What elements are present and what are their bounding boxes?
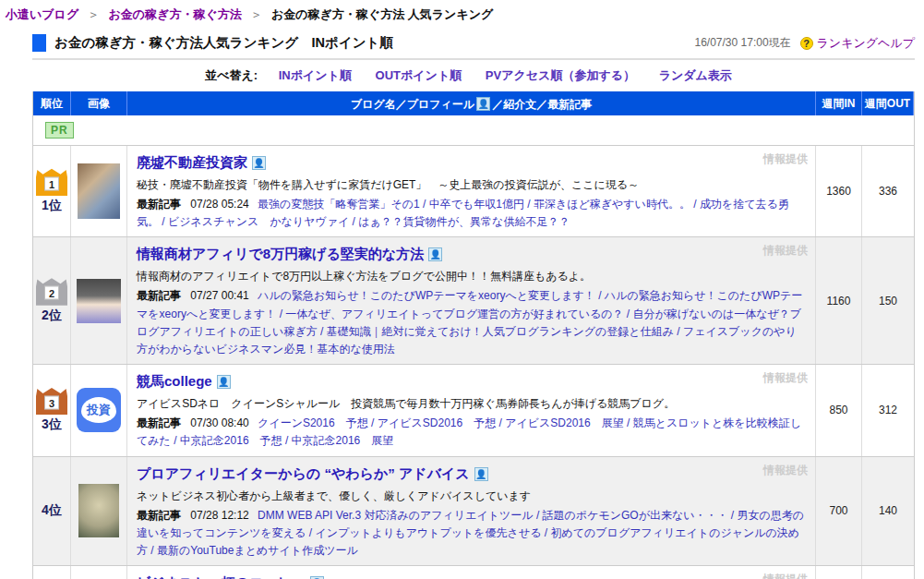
- article-link[interactable]: ビジネスチャンス かなりヤヴァイ: [168, 215, 349, 228]
- article-separator: /: [624, 416, 633, 429]
- blog-avatar[interactable]: [78, 163, 120, 219]
- column-rank: 順位: [33, 91, 71, 115]
- article-link[interactable]: はぁ？？賃貸物件が、異常な供給不足？？: [358, 215, 570, 228]
- sort-option-out[interactable]: OUTポイント順: [376, 68, 462, 82]
- latest-articles-label: 最新記事: [137, 416, 181, 429]
- column-week-out: 週間OUT: [862, 91, 914, 115]
- info-provider-label: 情報提供: [763, 463, 808, 478]
- article-link[interactable]: 中京記念2016 予想: [180, 434, 282, 447]
- week-out-value: 140: [862, 457, 914, 566]
- image-cell: [71, 237, 127, 364]
- article-separator: /: [728, 509, 738, 522]
- info-provider-label: 情報提供: [763, 370, 808, 386]
- info-provider-label: 情報提供: [763, 243, 808, 259]
- article-link[interactable]: ハルの緊急お知らせ！このたびWPテーマをxeoryへと変更します！: [258, 289, 595, 302]
- blog-info-cell: 情報提供 競馬college 👤 アイビスSDネロ クイーンSシャルール 投資競…: [127, 365, 816, 455]
- sort-bar: 並べ替え: INポイント順 OUTポイント順 PVアクセス順（参加する） ランダ…: [32, 67, 915, 84]
- sort-option-random[interactable]: ランダム表示: [659, 68, 732, 82]
- article-separator: /: [171, 434, 180, 447]
- article-link[interactable]: 罪深きほど稼ぎやすい時代。。: [534, 198, 690, 211]
- latest-articles-label: 最新記事: [137, 198, 181, 211]
- rank-cell: 4位: [33, 457, 71, 566]
- profile-icon[interactable]: 👤: [428, 247, 442, 261]
- blog-description: ネットビジネス初心者から上級者まで、優しく、厳しくアドバイスしています: [137, 488, 806, 504]
- page-title: お金の稼ぎ方・稼ぐ方法人気ランキング INポイント順: [54, 34, 393, 52]
- article-link[interactable]: DMM WEB API Ver.3 対応済みのアフィリエイトツール: [258, 509, 533, 522]
- week-in-value: 1360: [816, 146, 862, 236]
- ranking-help-link[interactable]: ランキングヘルプ: [817, 35, 915, 52]
- ranking-page: 小遣いブログ ＞ お金の稼ぎ方・稼ぐ方法 ＞ お金の稼ぎ方・稼ぐ方法 人気ランキ…: [0, 0, 924, 579]
- article-separator: /: [159, 215, 168, 228]
- week-in-value: 700: [816, 457, 862, 566]
- question-icon[interactable]: ?: [800, 37, 813, 50]
- article-link[interactable]: 話題のポケモンGOが出来ない・・・: [543, 509, 728, 522]
- article-link[interactable]: インプットよりもアウトプットを優先させる: [315, 526, 541, 539]
- article-link[interactable]: 中卒でも年収1億円: [429, 198, 524, 211]
- ranking-table: 順位 画像 ブログ名／プロフィール 👤 ／紹介文／最新記事 週間IN 週間OUT…: [32, 91, 915, 579]
- week-out-value: 162: [862, 566, 914, 579]
- article-separator: /: [420, 198, 429, 211]
- rank-medal-icon: 1: [36, 168, 67, 196]
- blog-title-link[interactable]: 情報商材アフィリで8万円稼げる堅実的な方法: [137, 246, 424, 263]
- profile-icon[interactable]: 👤: [217, 375, 231, 389]
- latest-date: 07/28 05:24: [190, 198, 248, 211]
- image-cell: [71, 566, 127, 579]
- rank-label: 3位: [42, 416, 62, 433]
- ranking-timestamp: 16/07/30 17:00現在: [694, 35, 790, 51]
- rank-medal-icon: 3: [36, 387, 67, 415]
- blog-avatar[interactable]: [77, 279, 121, 323]
- latest-date: 07/27 00:41: [190, 289, 248, 302]
- article-link[interactable]: 一体なぜ、アフィリエイトってブログ運営の方が好まれているの？: [285, 308, 623, 320]
- week-out-value: 336: [862, 146, 914, 236]
- breadcrumb-link-home[interactable]: 小遣いブログ: [6, 7, 78, 21]
- blog-title-link[interactable]: 競馬college: [137, 373, 212, 391]
- sort-label: 並べ替え:: [205, 68, 258, 82]
- table-header-row: 順位 画像 ブログ名／プロフィール 👤 ／紹介文／最新記事 週間IN 週間OUT: [33, 91, 914, 115]
- latest-articles-label: 最新記事: [137, 289, 181, 302]
- latest-articles-line: 最新記事 07/28 05:24 最強の変態技「略奪営業」その1 / 中卒でも年…: [137, 196, 806, 231]
- blog-title-link[interactable]: プロアフィリエイターからの “やわらか” アドバイス: [137, 465, 470, 483]
- article-link[interactable]: 最強の変態技「略奪営業」その1: [258, 198, 420, 211]
- blog-title-link[interactable]: ビジネスと一杯のコーヒー: [137, 574, 306, 579]
- article-link[interactable]: 基礎知識｜絶対に覚えておけ！人気ブログランキングの登録と仕組み: [327, 325, 674, 338]
- blog-avatar[interactable]: [78, 484, 119, 537]
- rank-cell: 2 2位: [33, 237, 71, 364]
- article-separator: /: [541, 526, 550, 539]
- blog-title-link[interactable]: 廃墟不動産投資家: [137, 154, 247, 172]
- article-link[interactable]: クイーンS2016 予想: [258, 416, 368, 429]
- article-separator: /: [318, 325, 327, 338]
- table-row: 1 1位 情報提供 廃墟不動産投資家 👤 秘技・廃墟不動産投資「物件を購入せずに…: [33, 146, 914, 237]
- week-in-value: 850: [816, 365, 862, 455]
- article-link[interactable]: アイビスSD2016 展望: [505, 416, 624, 429]
- profile-icon[interactable]: 👤: [476, 97, 490, 111]
- week-in-value: 1160: [816, 237, 862, 364]
- profile-icon[interactable]: 👤: [252, 156, 266, 170]
- article-link[interactable]: 中京記念2016 展望: [292, 434, 394, 447]
- profile-icon[interactable]: 👤: [474, 467, 488, 481]
- title-marker-icon: [32, 34, 46, 52]
- sort-option-in[interactable]: INポイント順: [279, 68, 352, 82]
- column-image: 画像: [71, 91, 127, 115]
- table-row: 2 2位 情報提供 情報商材アフィリで8万円稼げる堅実的な方法 👤 情報商材のア…: [33, 237, 914, 365]
- rank-medal-icon: 2: [36, 278, 67, 306]
- rank-cell: 3 3位: [33, 365, 71, 455]
- breadcrumb-separator: ＞: [250, 7, 262, 21]
- breadcrumb: 小遣いブログ ＞ お金の稼ぎ方・稼ぐ方法 ＞ お金の稼ぎ方・稼ぐ方法 人気ランキ…: [0, 0, 924, 23]
- article-separator: /: [306, 526, 315, 539]
- rank-cell: 5位: [33, 566, 71, 579]
- column-blog-info-right: ／紹介文／最新記事: [492, 92, 592, 116]
- week-in-value: 492: [816, 566, 862, 579]
- latest-date: 07/30 08:40: [190, 416, 248, 429]
- breadcrumb-link-category[interactable]: お金の稼ぎ方・稼ぐ方法: [108, 7, 241, 21]
- sort-option-pv[interactable]: PVアクセス順（参加する）: [486, 68, 635, 82]
- blog-avatar[interactable]: 投資: [77, 388, 121, 432]
- week-out-value: 150: [862, 237, 914, 364]
- pr-badge: PR: [45, 122, 74, 139]
- rank-label: 4位: [42, 502, 62, 519]
- article-link[interactable]: アイビスSD2016 予想: [378, 416, 497, 429]
- blog-info-cell: 情報提供 廃墟不動産投資家 👤 秘技・廃墟不動産投資「物件を購入せずに家賃だけG…: [127, 146, 816, 236]
- breadcrumb-separator: ＞: [88, 7, 100, 21]
- article-link[interactable]: 最新のYouTubeまとめサイト作成ツール: [157, 544, 358, 557]
- article-separator: /: [534, 509, 543, 522]
- table-row: 5位 情報提供 ビジネスと一杯のコーヒー 👤 お金の問題を解決するアイディアとテ…: [33, 566, 914, 579]
